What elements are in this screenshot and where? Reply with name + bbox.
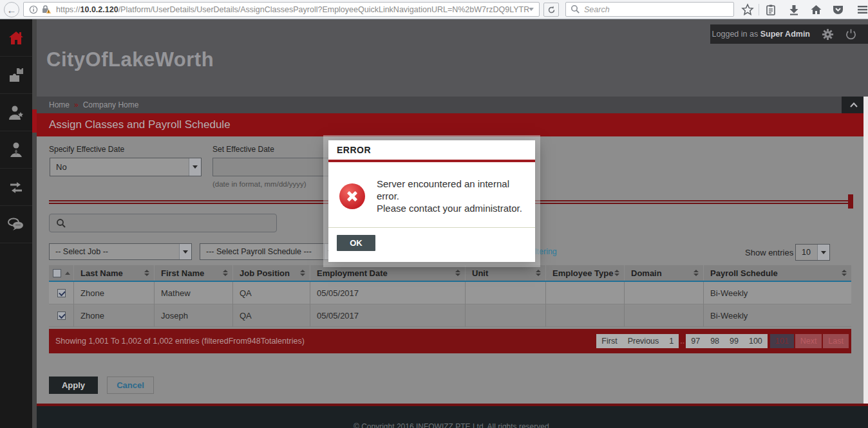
session-bar: Logged in as Super Admin	[710, 24, 868, 44]
col-last-name[interactable]: Last Name	[74, 265, 155, 281]
search-icon	[571, 5, 580, 14]
site-info-icon[interactable]	[29, 5, 38, 14]
select-job-dropdown[interactable]: -- Select Job --	[49, 243, 192, 260]
col-employment-date[interactable]: Employment Date	[310, 265, 466, 281]
settings-gear-icon[interactable]	[822, 28, 834, 41]
select-payroll-schedule-dropdown[interactable]: --- Select Payroll Schedule ---	[200, 243, 337, 260]
specify-effective-date-label: Specify Effective Date	[49, 145, 124, 154]
table-row[interactable]: Zhone Mathew QA 05/05/2017 Bi-Weekly	[49, 282, 851, 304]
apply-button[interactable]: Apply	[49, 377, 98, 394]
specify-effective-date-select[interactable]: No	[50, 158, 202, 176]
table-cell: QA	[233, 304, 310, 327]
cancel-button[interactable]: Cancel	[107, 377, 154, 394]
downloads-icon[interactable]	[787, 3, 801, 17]
set-effective-date-input[interactable]	[212, 158, 346, 176]
table-search-box[interactable]	[49, 214, 277, 232]
breadcrumb-home[interactable]: Home	[49, 100, 70, 109]
showing-entries-text: Showing 1,001 To 1,002 of 1,002 entries …	[55, 337, 305, 346]
sort-icon[interactable]	[300, 270, 305, 276]
brand-title: CityOfLakeWorth	[46, 48, 214, 71]
bookmark-star-icon[interactable]	[741, 3, 755, 17]
chevron-down-icon[interactable]	[179, 244, 191, 259]
clear-filtering-link[interactable]: iltering	[533, 247, 557, 256]
pocket-icon[interactable]	[831, 3, 845, 17]
menu-hamburger-icon[interactable]	[855, 3, 868, 17]
page-number-button[interactable]: 100	[744, 334, 768, 348]
breadcrumb-current[interactable]: Company Home	[83, 100, 139, 109]
ok-button[interactable]: OK	[337, 235, 375, 251]
sort-icon[interactable]	[842, 270, 847, 276]
sort-icon[interactable]	[536, 270, 541, 276]
page-number-button[interactable]: 98	[705, 334, 724, 348]
page-first-button[interactable]: First	[596, 334, 622, 348]
url-history-dropdown-icon[interactable]	[529, 8, 534, 11]
employee-icon	[8, 142, 24, 158]
table-cell	[625, 304, 704, 327]
row-checkbox[interactable]	[57, 289, 66, 297]
sidebar-item-transfer[interactable]	[0, 169, 32, 206]
search-icon	[56, 218, 66, 228]
collapse-panel-button[interactable]	[842, 97, 866, 113]
page-next-button[interactable]: Next	[795, 334, 822, 348]
col-first-name[interactable]: First Name	[155, 265, 233, 281]
table-cell: 05/05/2017	[310, 304, 466, 327]
reload-button[interactable]	[543, 3, 559, 17]
error-dialog-header: ERROR	[328, 140, 535, 162]
sidebar-item-user-admin[interactable]	[0, 94, 32, 131]
user-admin-icon	[8, 104, 24, 121]
select-all-checkbox[interactable]	[53, 269, 61, 277]
show-entries-select[interactable]: 10	[795, 244, 830, 261]
page-footer: © Copyright 2016 INFOWIZZ PTE Ltd. All r…	[37, 406, 868, 428]
sort-icon[interactable]	[223, 270, 228, 276]
table-cell: QA	[233, 282, 310, 304]
sidebar-item-modules[interactable]	[0, 57, 32, 94]
sort-icon[interactable]	[693, 270, 699, 276]
table-cell: Joseph	[155, 304, 233, 327]
logged-in-user: Super Admin	[760, 30, 810, 39]
error-x-icon	[339, 183, 365, 209]
sidebar-item-employee[interactable]	[0, 131, 32, 169]
chevron-down-icon[interactable]	[817, 245, 829, 260]
row-checkbox[interactable]	[57, 312, 66, 320]
messages-icon	[7, 217, 25, 232]
col-employee-type[interactable]: Employee Type	[546, 265, 625, 281]
sidebar-active-indicator	[32, 109, 37, 133]
insecure-lock-warning-icon[interactable]	[41, 5, 52, 14]
reading-list-clipboard-icon[interactable]	[764, 3, 778, 17]
page-scrollbar[interactable]	[863, 97, 868, 404]
table-row[interactable]: Zhone Joseph QA 05/05/2017 Bi-Weekly	[49, 304, 851, 327]
page-current: 101	[770, 334, 794, 348]
logout-power-icon[interactable]	[845, 28, 856, 40]
sort-icon[interactable]	[144, 270, 149, 276]
table-cell	[546, 304, 625, 327]
col-job-position[interactable]: Job Position	[233, 265, 310, 281]
browser-search	[565, 2, 734, 17]
col-domain[interactable]: Domain	[625, 265, 704, 281]
address-bar[interactable]: https://10.0.2.120/Platform/UserDetails/…	[23, 2, 540, 17]
browser-search-input[interactable]	[565, 2, 734, 17]
browser-toolbar: ← https://10.0.2.120/Platform/UserDetail…	[0, 0, 868, 19]
error-dialog-title: ERROR	[337, 145, 371, 155]
browser-back-button[interactable]: ←	[4, 2, 19, 17]
chevron-down-icon[interactable]	[189, 158, 201, 176]
col-payroll-schedule[interactable]: Payroll Schedule	[704, 265, 851, 281]
sidebar-item-home[interactable]	[0, 19, 32, 57]
col-unit[interactable]: Unit	[466, 265, 546, 281]
page-number-button[interactable]: 97	[686, 334, 705, 348]
table-cell	[625, 282, 704, 304]
page-previous-button[interactable]: Previous	[623, 334, 665, 348]
error-dialog-body: Server encountered an internal error. Pl…	[328, 162, 535, 227]
table-cell: Bi-Weekly	[704, 304, 851, 327]
sort-icon[interactable]	[455, 270, 460, 276]
home-icon[interactable]	[809, 3, 823, 17]
page-last-button[interactable]: Last	[823, 334, 849, 348]
set-effective-date-label: Set Effective Date	[212, 145, 274, 154]
table-cell	[466, 304, 546, 327]
sidebar-item-messages[interactable]	[0, 206, 32, 243]
sort-icon[interactable]	[614, 270, 619, 276]
select-all-header[interactable]	[49, 265, 74, 281]
sidebar-scrollbar[interactable]	[32, 19, 37, 428]
page-number-button[interactable]: 99	[724, 334, 744, 348]
page-number-button[interactable]: 1	[664, 334, 679, 348]
pagination: First Previous 1 .. 97 98 99 100 101 Nex…	[596, 334, 849, 348]
